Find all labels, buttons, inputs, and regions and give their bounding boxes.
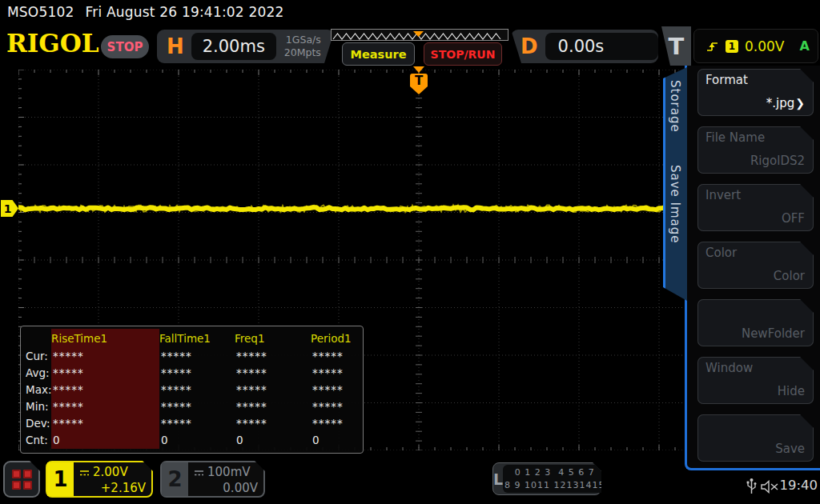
channel2-number: 2 <box>162 462 188 496</box>
menu-item-format[interactable]: Format *.jpg❯ <box>697 69 814 116</box>
run-state-badge: STOP <box>101 35 149 58</box>
table-cell: ***** <box>311 365 360 382</box>
apps-grid-icon <box>12 470 32 490</box>
channel1-block[interactable]: 1 2.00V +2.16V <box>46 461 153 498</box>
row-label: Avg: <box>21 365 51 382</box>
menu-item-label: Window <box>705 361 753 375</box>
menu-item-value: Hide <box>778 384 805 398</box>
row-label: Cnt: <box>21 432 51 449</box>
table-cell: ***** <box>51 348 159 365</box>
trigger-info: 1 0.00V A <box>693 29 818 63</box>
table-cell: ***** <box>311 382 360 398</box>
table-cell: ***** <box>235 398 311 415</box>
table-cell: ***** <box>51 415 159 432</box>
delay-value: 0.00s <box>545 33 658 60</box>
trigger-panel[interactable]: T 1 0.00V A <box>661 26 820 66</box>
table-cell: ***** <box>51 398 159 415</box>
logic-row-1: 0 1 2 3 4 5 6 7 <box>504 466 605 479</box>
tab-save-image[interactable]: Save Image <box>668 165 682 244</box>
trigger-label: T <box>661 26 691 66</box>
menu-item-value: *.jpg❯ <box>766 96 805 110</box>
model-name: MSO5102 <box>7 4 74 20</box>
table-cell: ***** <box>159 348 235 365</box>
menu-item-label: File Name <box>705 130 765 145</box>
row-label: Min: <box>21 398 51 415</box>
table-cell: ***** <box>159 415 235 432</box>
menu-item-file-name[interactable]: File Name RigolDS2 <box>697 126 814 174</box>
datetime-text: Fri August 26 19:41:02 2022 <box>86 4 284 20</box>
channel1-scale: 2.00V <box>93 465 128 479</box>
menu-item-window[interactable]: Window Hide <box>697 357 814 404</box>
channel1-values: 2.00V +2.16V <box>74 462 151 496</box>
waveform-preview-icon <box>332 31 508 42</box>
logic-channel-list: 0 1 2 3 4 5 6 7 8 9 1011 12131415 <box>503 465 606 494</box>
table-cell: 0 <box>235 432 311 449</box>
rising-edge-icon <box>705 40 719 53</box>
menu-item-value: OFF <box>782 211 805 226</box>
tab-storage[interactable]: Storage <box>668 80 682 133</box>
table-cell: ***** <box>311 415 360 432</box>
row-label: Max: <box>21 382 51 398</box>
clock-text: 19:40 <box>779 478 818 493</box>
column-header: FallTime1 <box>159 329 235 348</box>
horizontal-label: H <box>167 34 184 58</box>
menu-item-value: RigolDS2 <box>750 154 805 168</box>
sample-rate: 1GSa/s <box>286 34 321 46</box>
table-cell: ***** <box>159 365 235 382</box>
trigger-sweep-mode: A <box>800 38 810 54</box>
table-cell: ***** <box>311 398 360 415</box>
trigger-source-badge: 1 <box>726 40 738 53</box>
delay-panel[interactable]: D 0.00s <box>511 30 658 63</box>
dc-coupling-icon <box>79 470 90 477</box>
column-header: Period1 <box>311 329 360 348</box>
side-menu-body: Format *.jpg❯ File Name RigolDS2 Invert … <box>685 66 820 470</box>
trigger-level-value: 0.00V <box>745 38 784 54</box>
table-cell: ***** <box>159 382 235 398</box>
timebase-value: 2.00ms <box>191 33 276 60</box>
table-cell: ***** <box>235 415 311 432</box>
usb-icon <box>746 478 758 495</box>
table-cell: ***** <box>235 382 311 398</box>
apps-menu-button[interactable] <box>3 461 40 498</box>
menu-item-color[interactable]: Color Color <box>697 242 814 289</box>
channel1-offset: +2.16V <box>79 481 146 497</box>
channel1-ground-marker[interactable]: 1 <box>1 200 18 217</box>
menu-item-label: Invert <box>705 188 741 202</box>
memory-depth: 20Mpts <box>284 46 321 58</box>
measurement-table: RiseTime1 FallTime1 Freq1 Period1 Cur: *… <box>20 326 364 454</box>
table-cell: 0 <box>159 432 235 449</box>
channel1-scale-row: 2.00V <box>79 465 128 479</box>
channel2-scale-row: 100mV <box>194 465 251 479</box>
table-cell: ***** <box>235 348 311 365</box>
channel2-block[interactable]: 2 100mV 0.00V <box>160 461 265 498</box>
horizontal-panel[interactable]: H 2.00ms 1GSa/s 20Mpts <box>157 30 335 63</box>
trigger-position-arrow-icon[interactable] <box>413 66 424 73</box>
table-cell: 0 <box>311 432 360 449</box>
logic-channels-block[interactable]: L 0 1 2 3 4 5 6 7 8 9 1011 12131415 <box>492 462 601 495</box>
title-bar: MSO5102Fri August 26 19:41:02 2022 <box>7 4 284 20</box>
speaker-muted-icon <box>761 480 780 494</box>
menu-item-label: Format <box>705 73 748 87</box>
column-header: RiseTime1 <box>51 329 159 348</box>
menu-item-invert[interactable]: Invert OFF <box>697 184 814 231</box>
menu-item-save[interactable]: Save <box>697 414 814 462</box>
delay-label: D <box>521 34 538 58</box>
table-cell: ***** <box>235 365 311 382</box>
dc-coupling-icon <box>194 470 204 477</box>
waveform-preview-bar[interactable] <box>331 29 508 41</box>
table-cell: ***** <box>51 365 159 382</box>
logic-row-2: 8 9 1011 12131415 <box>504 479 605 492</box>
menu-tab-ribbon: Storage Save Image <box>663 67 687 301</box>
stop-run-button[interactable]: STOP/RUN <box>424 42 502 66</box>
channel1-number: 1 <box>47 462 74 496</box>
menu-item-label: Color <box>705 246 737 260</box>
channel2-values: 100mV 0.00V <box>188 462 263 496</box>
menu-item-value: NewFolder <box>742 326 805 341</box>
table-cell: ***** <box>311 348 360 365</box>
measure-button[interactable]: Measure <box>342 42 415 66</box>
menu-item-new-folder[interactable]: NewFolder <box>697 299 814 346</box>
channel2-scale: 100mV <box>207 465 251 479</box>
row-label: Cur: <box>21 348 51 365</box>
submenu-arrow-icon: ❯ <box>795 97 805 110</box>
logic-label: L <box>493 470 503 488</box>
